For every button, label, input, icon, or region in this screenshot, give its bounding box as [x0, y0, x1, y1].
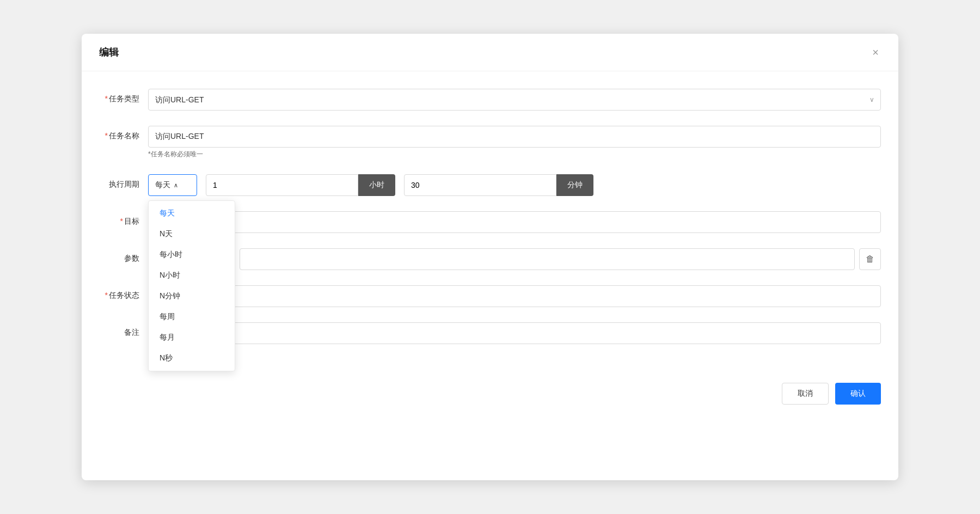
task-name-input[interactable]: [148, 126, 881, 148]
params-label: 参数: [99, 248, 148, 264]
target-content: [148, 211, 881, 233]
period-selector-wrapper: 每天 ∧ 每天 N天 每小时 N小时 N分钟 每周 每月 N秒: [148, 174, 197, 196]
required-star2: *: [105, 131, 108, 140]
target-label: *目标: [99, 211, 148, 227]
params-inputs: 🗑: [148, 248, 881, 270]
required-star3: *: [120, 217, 123, 225]
dialog-body: *任务类型 访问URL-GET ∨ *任务名称 *任务名称必须唯一: [82, 71, 898, 374]
params-content: 🗑: [148, 248, 881, 270]
task-type-row: *任务类型 访问URL-GET ∨: [99, 89, 881, 111]
task-status-input[interactable]: [148, 285, 881, 307]
period-dropdown-menu: 每天 N天 每小时 N小时 N分钟 每周 每月 N秒: [148, 200, 235, 371]
dialog-header: 编辑 ×: [82, 34, 898, 71]
edit-dialog: 编辑 × *任务类型 访问URL-GET ∨ *任务名称: [82, 34, 898, 480]
hours-input[interactable]: [206, 174, 358, 196]
required-star4: *: [105, 291, 108, 299]
period-select-button[interactable]: 每天 ∧: [148, 174, 197, 196]
task-type-label: *任务类型: [99, 89, 148, 104]
task-name-hint: *任务名称必须唯一: [148, 150, 881, 159]
task-type-select-wrapper: 访问URL-GET ∨: [148, 89, 881, 111]
period-chevron-icon: ∧: [174, 182, 178, 189]
task-name-label: *任务名称: [99, 126, 148, 141]
hours-unit-button: 小时: [358, 174, 395, 196]
dropdown-item-everyday[interactable]: 每天: [149, 203, 235, 224]
delete-param-button[interactable]: 🗑: [859, 248, 881, 270]
dropdown-item-monthly[interactable]: 每月: [149, 327, 235, 348]
period-selected-label: 每天: [155, 180, 170, 190]
note-textarea[interactable]: [148, 322, 881, 344]
dropdown-item-weekly[interactable]: 每周: [149, 307, 235, 327]
minutes-unit-button: 分钟: [556, 174, 593, 196]
dropdown-item-nseconds[interactable]: N秒: [149, 348, 235, 369]
note-label: 备注: [99, 322, 148, 338]
required-star: *: [105, 94, 108, 103]
task-status-content: [148, 285, 881, 307]
dropdown-item-ndays[interactable]: N天: [149, 224, 235, 244]
minutes-input[interactable]: [404, 174, 556, 196]
execution-period-row: 执行周期 每天 ∧ 每天 N天 每小时: [99, 174, 881, 196]
dropdown-item-nhours[interactable]: N小时: [149, 265, 235, 286]
target-input[interactable]: [148, 211, 881, 233]
cancel-button[interactable]: 取消: [782, 383, 829, 405]
param-value-input[interactable]: [240, 248, 855, 270]
execution-period-content: 每天 ∧ 每天 N天 每小时 N小时 N分钟 每周 每月 N秒: [148, 174, 881, 196]
task-status-label: *任务状态: [99, 285, 148, 301]
delete-icon: 🗑: [866, 254, 874, 264]
note-content: [148, 322, 881, 346]
task-type-content: 访问URL-GET ∨: [148, 89, 881, 111]
execution-period-label: 执行周期: [99, 174, 148, 189]
close-button[interactable]: ×: [870, 45, 881, 60]
execution-controls: 每天 ∧ 每天 N天 每小时 N小时 N分钟 每周 每月 N秒: [148, 174, 881, 196]
task-name-content: *任务名称必须唯一: [148, 126, 881, 159]
dropdown-item-nminutes[interactable]: N分钟: [149, 286, 235, 307]
task-type-select[interactable]: 访问URL-GET: [148, 89, 881, 111]
task-name-row: *任务名称 *任务名称必须唯一: [99, 126, 881, 159]
confirm-button[interactable]: 确认: [835, 383, 881, 405]
dialog-footer: 取消 确认: [82, 374, 898, 418]
dropdown-item-hourly[interactable]: 每小时: [149, 244, 235, 265]
dialog-title: 编辑: [99, 46, 119, 59]
